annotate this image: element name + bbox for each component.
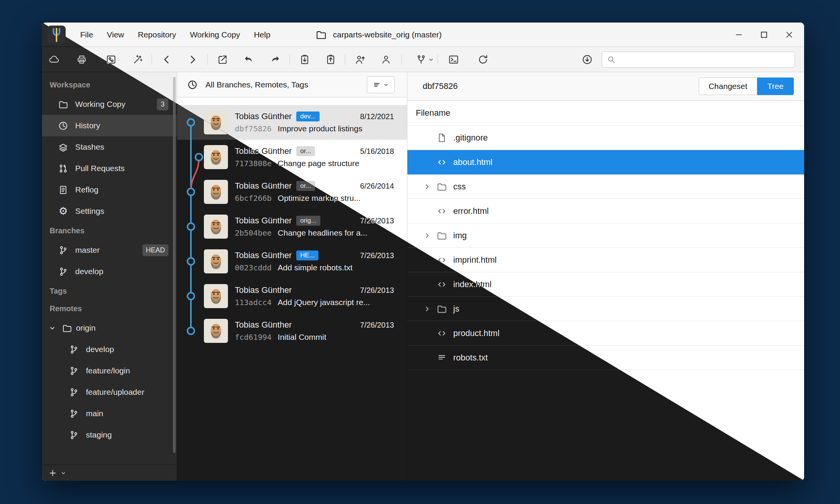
history-options-button[interactable] [367,76,395,93]
redo-rebase-button[interactable] [266,51,284,68]
refresh-button[interactable] [474,51,492,68]
code-file-icon [436,157,447,168]
sidebar-item-history[interactable]: History [42,115,177,136]
menu-bar: File View Repository Working Copy Help [74,23,276,47]
search-icon [607,55,616,64]
forward-button[interactable] [184,51,201,68]
search-input[interactable] [620,55,790,64]
close-button[interactable] [777,23,802,47]
chevron-right-icon[interactable] [423,182,436,192]
commit-row[interactable]: Tobias Günther 7/26/2013 113adcc4 Add jQ… [177,279,407,313]
chevron-right-icon[interactable] [423,231,436,241]
commit-row[interactable]: Tobias Günther HE... 7/26/2013 0023cddd … [177,244,407,279]
sidebar-remote-branch-staging[interactable]: staging [42,424,177,446]
sidebar-item-label: Settings [75,207,104,216]
compare-branches-button[interactable] [412,51,438,68]
file-row-imprint-html[interactable]: imprint.html [407,248,804,272]
chevron-down-icon[interactable] [48,324,57,332]
add-repository-icon[interactable] [48,468,57,478]
chevron-spacer [423,328,436,338]
person-up-button[interactable] [351,51,369,68]
sidebar-scrollbar[interactable] [173,77,176,453]
commit-hash: 0023cddd [235,263,271,272]
sidebar-remote-branch-feature-login[interactable]: feature/login [42,360,177,381]
file-row-about-html[interactable]: about.html [407,150,804,174]
commit-author: Tobias Günther [235,320,292,330]
commit-hash: dbf75826 [235,124,271,133]
commit-author: Tobias Günther [235,285,292,295]
commit-message: Add jQuery javascript re... [278,298,370,307]
fetch-cloud-button[interactable] [45,51,63,68]
folder-icon [58,99,68,110]
file-row-css[interactable]: css [407,174,804,199]
download-button[interactable] [578,51,596,68]
menu-working-copy[interactable]: Working Copy [184,27,246,42]
gear-icon: ⚙ [58,206,68,216]
commit-date: 7/26/2013 [360,286,394,295]
toolbar-separator [401,54,402,65]
person-button[interactable] [377,51,395,68]
toolbar-separator [207,54,208,65]
stash-apply-button[interactable] [322,51,339,68]
sidebar-item-pull-requests[interactable]: Pull Requests [42,158,177,179]
sidebar-item-working-copy[interactable]: Working Copy 3 [42,94,177,115]
chevron-spacer [423,157,436,167]
chevron-spacer [423,133,436,143]
commit-date: 8/12/2021 [360,112,394,121]
printer-button[interactable] [73,51,90,68]
history-filter-bar: All Branches, Remotes, Tags [177,72,407,97]
commit-message: Add simple robots.txt [278,263,352,272]
folder-name: js [453,304,459,314]
back-button[interactable] [158,51,176,68]
code-file-icon [436,328,447,339]
sidebar-item-stashes[interactable]: Stashes [42,136,177,158]
undo-merge-button[interactable] [240,51,258,68]
avatar [204,249,228,273]
window-title: carparts-website_orig (master) [315,23,442,47]
text-file-icon [436,352,447,363]
hamburger-icon [373,81,381,89]
app-window: File View Repository Working Copy Help c… [42,23,804,481]
sidebar-item-settings[interactable]: ⚙ Settings [42,200,177,222]
search-box[interactable] [602,52,795,68]
file-row-error-html[interactable]: error.html [407,199,804,223]
stash-save-button[interactable] [296,51,313,68]
file-row-img[interactable]: img [407,223,804,248]
terminal-button[interactable] [445,51,462,68]
minimize-button[interactable] [726,23,751,47]
commit-row[interactable]: Tobias Günther 7/26/2013 fcd61994 Initia… [177,313,407,348]
branch-label: develop [75,267,103,276]
folder-icon [436,181,447,192]
remotes-header: Remotes [42,300,177,317]
menu-file[interactable]: File [74,27,99,42]
share-button[interactable] [214,51,231,68]
menu-help[interactable]: Help [248,27,276,42]
file-name: error.html [453,206,489,216]
toolbar [42,47,804,72]
branches-header: Branches [42,222,177,239]
sidebar-remote-origin[interactable]: origin [42,317,177,339]
maximize-button[interactable] [751,23,777,47]
chevron-spacer [423,279,436,289]
magic-wand-button[interactable] [129,51,147,68]
sidebar-remote-branch-feature-uploader[interactable]: feature/uploader [42,381,177,403]
chevron-spacer [423,353,436,363]
chevron-down-icon[interactable] [60,470,66,476]
file-row-gitignore[interactable]: .gitignore [407,126,804,150]
menu-view[interactable]: View [101,27,130,42]
branch-badge: orig... [296,216,320,226]
commit-hash: 2b504bee [235,228,271,237]
sidebar-remote-branch-develop[interactable]: develop [42,339,177,360]
chevron-right-icon[interactable] [423,304,436,314]
changeset-tab[interactable]: Changeset [699,78,757,95]
tree-tab[interactable]: Tree [757,78,794,95]
filename-column-header: Filename [407,101,804,126]
sidebar-remote-branch-main[interactable]: main [42,403,177,424]
commit-author: Tobias Günther [235,250,292,260]
sidebar-branch-master[interactable]: master HEAD [42,239,177,261]
commit-date: 5/16/2018 [360,147,394,156]
menu-repository[interactable]: Repository [132,27,182,42]
sidebar-item-reflog[interactable]: Reflog [42,179,177,200]
sidebar-branch-develop[interactable]: develop [42,261,177,282]
branch-icon [58,267,68,277]
